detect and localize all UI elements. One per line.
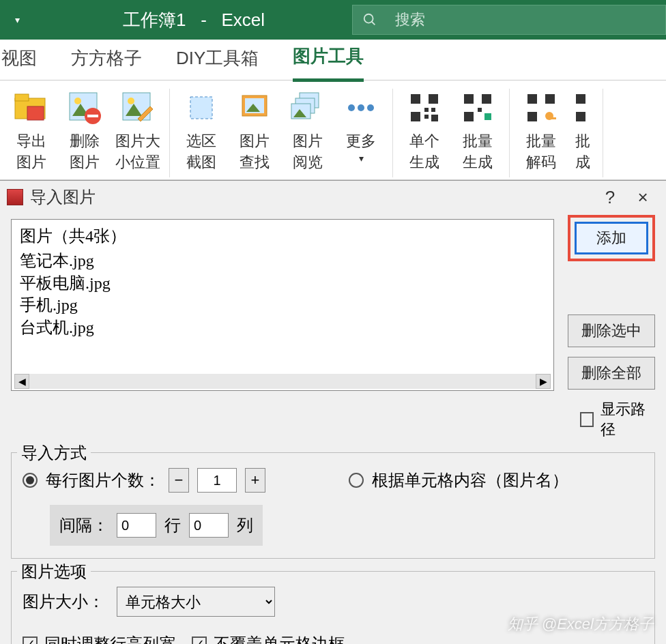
svg-point-19 — [367, 104, 374, 111]
qr-partial-button[interactable]: 批 成 — [573, 89, 593, 173]
list-item[interactable]: 平板电脑.jpg — [20, 272, 545, 294]
dialog-titlebar: 导入图片 ? × — [0, 181, 666, 214]
ribbon: 导出 图片 删除 图片 图片大 小位置 选区 截图 — [0, 80, 666, 180]
picture-edit-icon — [119, 89, 157, 127]
tab-picture-tools[interactable]: 图片工具 — [293, 38, 364, 82]
export-picture-button[interactable]: 导出 图片 — [10, 89, 53, 173]
svg-rect-26 — [431, 115, 438, 121]
svg-rect-38 — [576, 112, 585, 121]
adjust-rowcol-label: 同时调整行高列宽 — [44, 633, 175, 644]
tab-diy[interactable]: DIY工具箱 — [176, 40, 259, 80]
close-button[interactable]: × — [626, 187, 659, 208]
svg-rect-29 — [464, 112, 474, 121]
titlebar: ▾ 工作簿1 - Excel 搜索 — [0, 0, 666, 40]
picture-size-button[interactable]: 图片大 小位置 — [116, 89, 160, 173]
import-picture-dialog: 导入图片 ? × 图片（共4张） 笔记本.jpg 平板电脑.jpg 手机.jpg… — [0, 180, 666, 644]
app-name: Excel — [221, 10, 265, 30]
scroll-right-icon[interactable]: ▶ — [536, 374, 551, 389]
more-button[interactable]: 更多 ▾ — [339, 89, 383, 165]
dialog-body: 图片（共4张） 笔记本.jpg 平板电脑.jpg 手机.jpg 台式机.jpg … — [0, 214, 666, 644]
per-row-label: 每行图片个数： — [46, 469, 160, 491]
picture-stack-icon — [289, 89, 327, 127]
ribbon-group-2: 选区 截图 图片 查找 图片 阅览 更多 ▾ — [170, 89, 393, 177]
file-listbox[interactable]: 图片（共4张） 笔记本.jpg 平板电脑.jpg 手机.jpg 台式机.jpg … — [11, 219, 554, 391]
add-button[interactable]: 添加 — [575, 222, 648, 254]
dialog-app-icon — [7, 189, 23, 205]
by-cell-label: 根据单元格内容（图片名） — [372, 469, 568, 491]
svg-rect-27 — [464, 94, 474, 104]
gap-row: 间隔： 行 列 — [50, 505, 263, 546]
list-item[interactable]: 笔记本.jpg — [20, 250, 545, 272]
search-icon — [362, 12, 377, 27]
tab-view[interactable]: 视图 — [1, 40, 37, 80]
pic-size-select[interactable]: 单元格大小 — [117, 587, 275, 617]
no-cover-border-label: 不覆盖单元格边框 — [214, 633, 345, 644]
folder-export-icon — [12, 89, 50, 127]
list-item[interactable]: 手机.jpg — [20, 294, 545, 316]
picture-frame-icon — [235, 89, 274, 127]
svg-rect-37 — [576, 94, 585, 104]
svg-rect-24 — [431, 108, 435, 112]
qat-dropdown[interactable]: ▾ — [0, 10, 34, 29]
pic-size-label: 图片大小： — [23, 591, 104, 613]
svg-line-1 — [372, 22, 375, 25]
ribbon-group-1: 导出 图片 删除 图片 图片大 小位置 — [0, 89, 170, 177]
gap-row-unit: 行 — [164, 514, 181, 536]
gap-col-input[interactable] — [189, 513, 229, 538]
qr-batch-icon — [459, 89, 497, 127]
add-highlight: 添加 — [568, 215, 655, 261]
picture-options-legend: 图片选项 — [17, 561, 91, 583]
window-title: 工作簿1 - Excel — [123, 8, 265, 32]
ribbon-group-3: 单个 生成 批量 生成 — [393, 89, 510, 177]
search-box[interactable]: 搜索 — [352, 5, 666, 35]
scroll-left-icon[interactable]: ◀ — [14, 374, 29, 389]
per-row-minus[interactable]: − — [169, 468, 189, 493]
picture-delete-icon — [66, 89, 104, 127]
show-path-label: 显示路径 — [600, 399, 655, 440]
delete-selected-button[interactable]: 删除选中 — [568, 314, 655, 347]
help-button[interactable]: ? — [594, 187, 626, 208]
svg-rect-28 — [482, 94, 491, 104]
svg-rect-34 — [527, 112, 537, 121]
delete-all-button[interactable]: 删除全部 — [568, 357, 655, 390]
delete-picture-button[interactable]: 删除 图片 — [63, 89, 106, 173]
svg-rect-21 — [429, 94, 438, 104]
gap-label: 间隔： — [59, 514, 108, 536]
svg-rect-31 — [484, 113, 491, 120]
selection-icon — [182, 89, 220, 127]
svg-rect-33 — [545, 94, 555, 104]
ribbon-tabs: 视图 方方格子 DIY工具箱 图片工具 — [0, 40, 666, 80]
svg-rect-4 — [27, 106, 44, 120]
per-row-plus[interactable]: + — [245, 468, 265, 493]
area-crop-button[interactable]: 选区 截图 — [179, 89, 223, 173]
qr-key-icon — [522, 89, 560, 127]
show-path-checkbox[interactable] — [580, 412, 594, 427]
no-cover-border-checkbox[interactable] — [192, 636, 207, 644]
qr-single-button[interactable]: 单个 生成 — [403, 89, 446, 173]
svg-rect-36 — [551, 117, 556, 119]
per-row-radio[interactable] — [23, 473, 38, 488]
qr-batch-button[interactable]: 批量 生成 — [456, 89, 499, 173]
per-row-input[interactable] — [197, 468, 237, 493]
svg-rect-30 — [478, 108, 482, 112]
chevron-down-icon: ▾ — [359, 152, 364, 166]
svg-point-18 — [358, 104, 364, 111]
import-mode-fieldset: 导入方式 每行图片个数： − + 根据单元格内容（图片名） 间隔： 行 — [11, 452, 655, 559]
svg-point-17 — [348, 104, 355, 111]
picture-find-button[interactable]: 图片 查找 — [233, 89, 276, 173]
qr-icon — [405, 89, 444, 127]
file-list-header: 图片（共4张） — [20, 225, 545, 247]
adjust-rowcol-checkbox[interactable] — [23, 636, 38, 644]
svg-point-10 — [128, 98, 134, 104]
svg-rect-25 — [424, 115, 429, 119]
qr-icon-partial — [564, 89, 602, 127]
list-item[interactable]: 台式机.jpg — [20, 317, 545, 338]
qr-decode-button[interactable]: 批量 解码 — [519, 89, 563, 173]
svg-point-0 — [364, 14, 373, 23]
by-cell-radio[interactable] — [349, 473, 364, 488]
horizontal-scrollbar[interactable]: ◀ ▶ — [14, 374, 551, 389]
tab-fangfang[interactable]: 方方格子 — [71, 40, 142, 80]
picture-browse-button[interactable]: 图片 阅览 — [286, 89, 330, 173]
gap-col-unit: 列 — [237, 514, 253, 536]
gap-row-input[interactable] — [117, 513, 156, 538]
